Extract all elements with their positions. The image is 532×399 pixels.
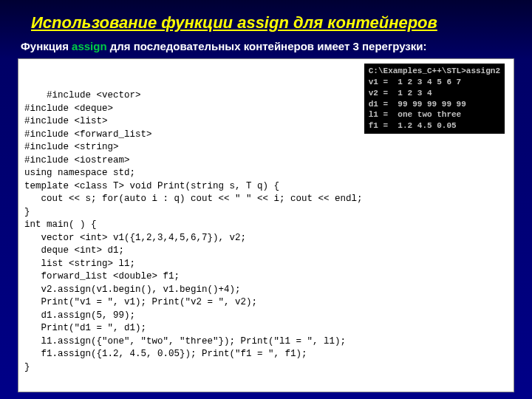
slide-title: Использование функции assign для контейн… [18,13,514,33]
slide-subtitle: Функция assign для последовательных конт… [18,40,514,52]
subtitle-rest: для последовательных контейнеров имеет 3… [107,40,427,52]
slide-container: Использование функции assign для контейн… [0,0,532,399]
subtitle-prefix: Функция [21,40,72,52]
console-output: C:\Examples_C++\STL>assign2 v1 = 1 2 3 4… [364,64,505,134]
subtitle-keyword: assign [72,40,107,52]
code-content: #include <vector> #include <deque> #incl… [24,90,363,372]
code-block: C:\Examples_C++\STL>assign2 v1 = 1 2 3 4… [18,58,514,392]
